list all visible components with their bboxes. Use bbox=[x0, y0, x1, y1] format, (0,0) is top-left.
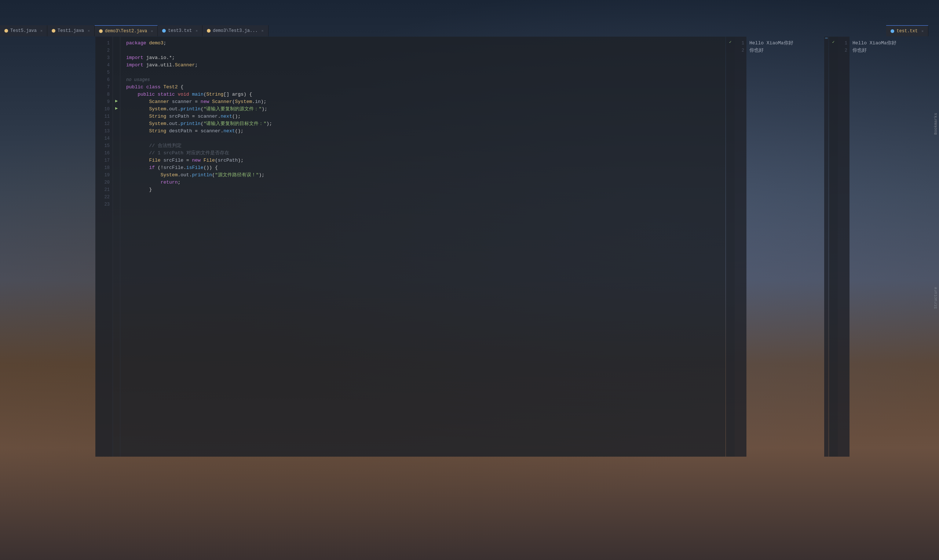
text-panel2-text[interactable]: Hello XiaoMa你好 你也好 bbox=[850, 37, 924, 457]
bookmarks-label[interactable]: Bookmarks bbox=[933, 110, 938, 137]
tab-close-test3java[interactable]: ✕ bbox=[262, 29, 264, 33]
tab-test3txt[interactable]: test3.txt ✕ bbox=[158, 25, 202, 36]
gutter-markers: ▶ ▶ bbox=[113, 37, 120, 457]
run-marker-main[interactable]: ▶ bbox=[113, 106, 120, 113]
tab-close-test5[interactable]: ✕ bbox=[40, 29, 43, 33]
right-editor-pane[interactable]: ✓ 1 2 Hello XiaoMa你好 你也好 bbox=[726, 37, 829, 457]
tab-label-testtxt-right: test.txt bbox=[896, 29, 918, 34]
text-panel2-numbers: 1 2 bbox=[838, 37, 850, 457]
editor-area: 1 2 3 4 5 6 7 8 9 10 11 12 13 14 bbox=[96, 37, 932, 457]
tab-test1[interactable]: Test1.java ✕ bbox=[47, 25, 95, 36]
tab-close-test1[interactable]: ✕ bbox=[88, 29, 90, 33]
tab-test2[interactable]: demo3\Test2.java ✕ bbox=[95, 25, 158, 36]
editor-split: 1 2 3 4 5 6 7 8 9 10 11 12 13 14 bbox=[96, 37, 932, 457]
minimap-right bbox=[824, 37, 829, 457]
tab-label-test3java: demo3\Test3.ja... bbox=[213, 28, 257, 33]
tab-icon-test5 bbox=[5, 29, 8, 32]
far-right-editor-pane[interactable]: ✓ 1 2 Hello XiaoMa你好 你也好 bbox=[829, 37, 924, 457]
tab-label-test1: Test1.java bbox=[58, 28, 84, 33]
text-panel2-inner: ✓ 1 2 Hello XiaoMa你好 你也好 bbox=[829, 37, 924, 457]
tab-close-test3txt[interactable]: ✕ bbox=[196, 29, 198, 33]
text2-line-2: 你也好 bbox=[853, 47, 921, 54]
main-editor-pane[interactable]: 1 2 3 4 5 6 7 8 9 10 11 12 13 14 bbox=[96, 37, 726, 457]
text-panel-numbers: 1 2 bbox=[735, 37, 746, 457]
text-line-2: 你也好 bbox=[749, 47, 821, 54]
run-marker-class[interactable]: ▶ bbox=[113, 98, 120, 106]
tab-icon-test3txt bbox=[162, 29, 166, 32]
tab-test3java[interactable]: demo3\Test3.ja... ✕ bbox=[202, 25, 268, 36]
tab-label-test5: Test5.java bbox=[10, 28, 37, 33]
tab-icon-testtxt-right bbox=[891, 29, 894, 33]
tab-label-test2: demo3\Test2.java bbox=[105, 29, 147, 34]
tab-icon-test1 bbox=[52, 29, 56, 32]
main-area: Project ⊟ ⚙ ⋮ — ▼ 📁 J2024_1_16 D:\Projec… bbox=[0, 37, 939, 457]
text2-line-1: Hello XiaoMa你好 bbox=[853, 40, 921, 47]
text-panel-inner: 1 2 Hello XiaoMa你好 你也好 bbox=[735, 37, 829, 457]
tab-icon-test3java bbox=[207, 29, 211, 32]
validation-gutter: ✓ bbox=[726, 37, 735, 457]
tab-close-testtxt-right[interactable]: ✕ bbox=[921, 29, 924, 33]
tab-test5[interactable]: Test5.java ✕ bbox=[0, 25, 47, 36]
app-container: 🔷 File Edit View Navigate Code Refactor … bbox=[0, 0, 939, 560]
code-editor[interactable]: package demo3; import java.io.*; import … bbox=[120, 37, 726, 457]
tab-icon-test2 bbox=[99, 29, 103, 33]
tab-label-test3txt: test3.txt bbox=[168, 28, 192, 33]
tab-testtxt-right[interactable]: test.txt ✕ bbox=[886, 25, 928, 36]
validation-gutter-2: ✓ bbox=[829, 37, 838, 457]
text-panel-text[interactable]: Hello XiaoMa你好 你也好 bbox=[746, 37, 824, 457]
tab-close-test2[interactable]: ✕ bbox=[151, 29, 153, 33]
structure-label[interactable]: Structure bbox=[933, 284, 938, 312]
text-line-1: Hello XiaoMa你好 bbox=[749, 40, 821, 47]
line-numbers: 1 2 3 4 5 6 7 8 9 10 11 12 13 14 bbox=[96, 37, 113, 457]
